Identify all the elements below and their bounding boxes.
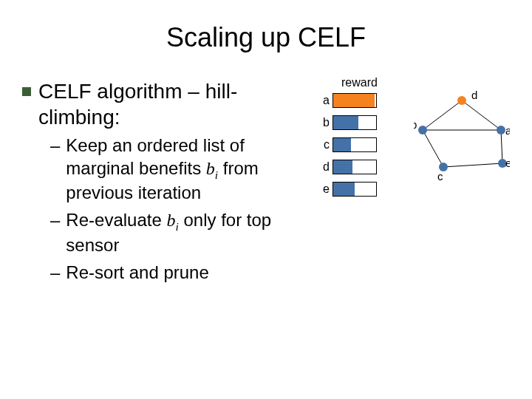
text-column: CELF algorithm – hill-climbing: – Keep a… [0, 78, 310, 284]
slide: Scaling up CELF CELF algorithm – hill-cl… [0, 0, 532, 399]
dash-icon: – [50, 209, 60, 231]
dash-icon: – [50, 134, 60, 157]
bar-outline [332, 160, 377, 174]
node-b [418, 126, 427, 134]
sensor-graph: d b a c e [414, 86, 510, 197]
bar-outline [332, 182, 377, 197]
graph-edges [423, 100, 502, 167]
bar-label: a [318, 94, 330, 107]
bar-row: b [318, 115, 377, 130]
node-a [497, 126, 505, 134]
visualization-column: reward abcde [310, 78, 510, 270]
bar-outline [332, 115, 377, 130]
dash-icon: – [50, 262, 60, 284]
svg-line-3 [423, 130, 443, 167]
svg-line-0 [423, 100, 462, 130]
svg-line-5 [443, 163, 502, 167]
subbullet-text: Re-evaluate bi only for top sensor [66, 209, 310, 256]
page-title: Scaling up CELF [0, 22, 532, 53]
graph-nodes [418, 96, 507, 171]
reward-bar-chart: abcde [318, 93, 377, 204]
bar-fill [333, 183, 355, 196]
bar-label: e [318, 183, 330, 196]
bar-row: e [318, 182, 377, 197]
bar-fill [333, 138, 351, 151]
bullet-level2: – Keep an ordered list of marginal benef… [50, 134, 310, 205]
bullet-level1: CELF algorithm – hill-climbing: [22, 78, 310, 130]
svg-line-4 [501, 130, 502, 163]
var-b: b [166, 211, 175, 230]
svg-line-1 [462, 100, 501, 130]
bar-row: c [318, 137, 377, 152]
bar-label: c [318, 138, 330, 151]
bullet-level2: – Re-sort and prune [50, 262, 310, 284]
subbullet-text: Re-sort and prune [66, 262, 208, 284]
bar-label: b [318, 116, 330, 129]
subbullet-text: Keep an ordered list of marginal benefit… [66, 134, 310, 205]
bar-row: d [318, 160, 377, 174]
bar-fill [333, 160, 352, 174]
bar-fill [333, 116, 358, 129]
bar-outline [332, 137, 377, 152]
bar-fill [333, 94, 375, 107]
node-label-b: b [414, 118, 417, 131]
bar-outline [332, 93, 377, 108]
var-b: b [206, 159, 215, 178]
reward-axis-label: reward [341, 76, 378, 89]
bar-label: d [318, 160, 330, 174]
node-label-a: a [505, 124, 510, 137]
body-row: CELF algorithm – hill-climbing: – Keep a… [0, 78, 532, 284]
square-bullet-icon [22, 87, 31, 96]
node-d [457, 96, 466, 105]
bullet-level2: – Re-evaluate bi only for top sensor [50, 209, 310, 256]
bullet-text: CELF algorithm – hill-climbing: [38, 78, 310, 130]
text-fragment: Re-evaluate [66, 210, 166, 230]
bar-row: a [318, 93, 377, 108]
node-label-e: e [505, 157, 510, 169]
node-label-d: d [471, 89, 477, 101]
node-label-c: c [437, 170, 443, 183]
